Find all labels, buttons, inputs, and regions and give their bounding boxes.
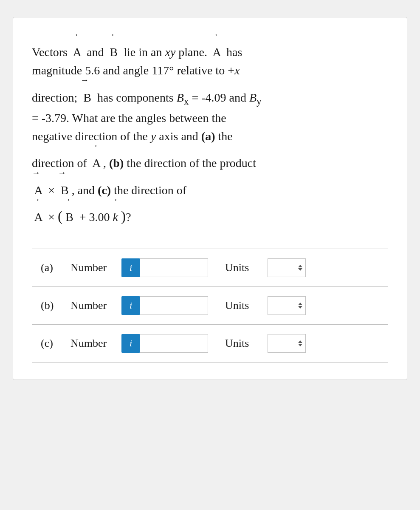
answer-row-c: (c) Number i Units ° rad [32, 325, 388, 363]
vector-A-1: A [70, 36, 84, 61]
vector-A-5: A [32, 201, 45, 226]
problem-line-2: magnitude 5.6 and angle 117° relative to… [32, 64, 240, 77]
answer-row-b: (b) Number i Units ° rad [32, 287, 388, 325]
label-b: (b) [41, 299, 70, 312]
number-label-c: Number [70, 337, 121, 350]
vector-B-1: B [107, 36, 121, 61]
units-label-c: Units [225, 337, 268, 350]
number-label-b: Number [70, 299, 121, 312]
units-select-wrapper-a: ° rad [268, 258, 306, 277]
label-c: (c) [41, 337, 70, 350]
page-container: Vectors A and B lie in an xy plane. A ha… [0, 0, 420, 510]
problem-line-7: A × B , and (c) the direction of [32, 184, 186, 197]
answer-row-a: (a) Number i Units ° rad [32, 249, 388, 287]
info-icon-a: i [130, 262, 132, 273]
units-select-a[interactable]: ° rad [268, 258, 306, 277]
info-button-b[interactable]: i [121, 296, 140, 315]
content-card: Vectors A and B lie in an xy plane. A ha… [13, 17, 407, 380]
label-a: (a) [41, 261, 70, 274]
problem-line-4: = -3.79. What are the angles between the [32, 111, 226, 125]
vector-B-4: B [62, 201, 76, 226]
info-icon-b: i [130, 300, 132, 311]
vector-k: k [110, 201, 121, 226]
info-button-a[interactable]: i [121, 258, 140, 277]
units-select-c[interactable]: ° rad [268, 334, 306, 353]
number-input-a[interactable] [140, 258, 208, 277]
units-label-a: Units [225, 261, 268, 274]
vector-B-2: B [80, 82, 94, 107]
number-input-c[interactable] [140, 334, 208, 353]
problem-text: Vectors A and B lie in an xy plane. A ha… [32, 34, 388, 227]
vector-A-2: A [210, 36, 223, 61]
problem-line-3: direction; B has components Bx = -4.09 a… [32, 91, 262, 104]
answers-section: (a) Number i Units ° rad [32, 249, 388, 363]
problem-line-1: Vectors A and B lie in an xy plane. A ha… [32, 45, 242, 59]
info-icon-c: i [130, 338, 132, 349]
units-select-wrapper-c: ° rad [268, 334, 306, 353]
problem-line-8: A × ( B + 3.00 k )? [32, 210, 131, 224]
units-select-b[interactable]: ° rad [268, 296, 306, 315]
info-button-c[interactable]: i [121, 334, 140, 353]
units-label-b: Units [225, 299, 268, 312]
units-select-wrapper-b: ° rad [268, 296, 306, 315]
vector-A-3: A [90, 147, 103, 172]
problem-line-5: negative direction of the y axis and (a)… [32, 130, 233, 143]
number-input-b[interactable] [140, 296, 208, 315]
number-label-a: Number [70, 261, 121, 274]
